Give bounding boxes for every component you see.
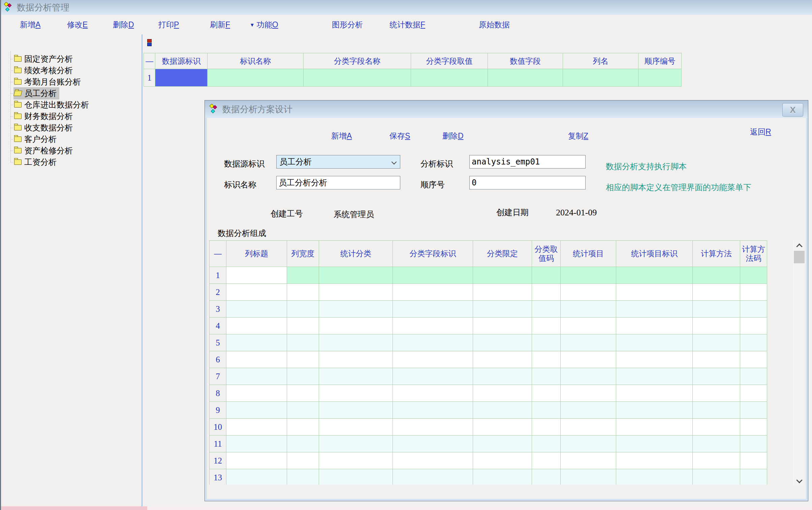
- grid-cell[interactable]: [740, 469, 767, 485]
- grid-cell[interactable]: [561, 267, 616, 284]
- grid-cell[interactable]: [561, 368, 616, 385]
- grid-cell[interactable]: [561, 435, 616, 452]
- grid-cell[interactable]: [393, 301, 473, 317]
- grid-cell[interactable]: [488, 69, 563, 87]
- grid-cell[interactable]: [319, 435, 393, 452]
- grid-cell[interactable]: [616, 351, 693, 368]
- print-button[interactable]: 打印P: [158, 15, 179, 34]
- dialog-save-button[interactable]: 保存S: [390, 131, 410, 141]
- grid-cell[interactable]: [319, 267, 393, 284]
- column-header[interactable]: 分类字段标识: [393, 241, 473, 267]
- column-header[interactable]: 顺序编号: [638, 53, 682, 69]
- grid-cell[interactable]: [393, 435, 473, 452]
- grid-cell[interactable]: [561, 317, 616, 334]
- sidebar-item-3[interactable]: 考勤月台账分析: [1, 76, 92, 88]
- grid-cell[interactable]: [616, 334, 693, 351]
- row-number-cell[interactable]: 10: [210, 419, 227, 435]
- grid-cell[interactable]: [740, 301, 767, 317]
- grid-cell[interactable]: [532, 301, 561, 317]
- grid-cell[interactable]: [532, 385, 561, 402]
- grid-cell[interactable]: [616, 385, 693, 402]
- dialog-new-button[interactable]: 新增A: [331, 131, 352, 141]
- grid-cell[interactable]: [740, 334, 767, 351]
- raw-data-button[interactable]: 原始数据: [479, 15, 510, 34]
- grid-cell[interactable]: [473, 452, 532, 469]
- dialog-copy-button[interactable]: 复制Z: [568, 131, 588, 141]
- grid-cell[interactable]: [561, 351, 616, 368]
- row-number-cell[interactable]: 2: [210, 284, 227, 301]
- grid-cell[interactable]: [561, 452, 616, 469]
- delete-button[interactable]: 删除D: [113, 15, 134, 34]
- grid-cell[interactable]: [740, 402, 767, 419]
- grid-cell[interactable]: [393, 368, 473, 385]
- grid-cell[interactable]: [532, 368, 561, 385]
- grid-cell[interactable]: [693, 435, 740, 452]
- grid-cell[interactable]: [532, 402, 561, 419]
- grid-cell[interactable]: [227, 317, 287, 334]
- column-header[interactable]: 数值字段: [488, 53, 563, 69]
- grid-cell[interactable]: [473, 469, 532, 485]
- grid-cell[interactable]: [227, 385, 287, 402]
- grid-cell[interactable]: [393, 351, 473, 368]
- grid-cell[interactable]: [561, 402, 616, 419]
- grid-cell[interactable]: [561, 419, 616, 435]
- grid-cell[interactable]: [393, 284, 473, 301]
- grid-cell[interactable]: [740, 435, 767, 452]
- grid-cell[interactable]: [319, 419, 393, 435]
- refresh-button[interactable]: 刷新F: [210, 15, 230, 34]
- grid-cell[interactable]: [287, 301, 319, 317]
- grid-cell[interactable]: [693, 469, 740, 485]
- sidebar-item-6[interactable]: 财务数据分析: [1, 111, 92, 122]
- grid-cell[interactable]: [740, 368, 767, 385]
- grid-cell[interactable]: [287, 385, 319, 402]
- row-number-cell[interactable]: 13: [210, 469, 227, 485]
- column-header[interactable]: 分类字段取值: [411, 53, 488, 69]
- row-number-cell[interactable]: 5: [210, 334, 227, 351]
- grid-cell[interactable]: [227, 284, 287, 301]
- grid-cell[interactable]: [227, 301, 287, 317]
- row-number-cell[interactable]: 3: [210, 301, 227, 317]
- sidebar-item-7[interactable]: 收支数据分析: [1, 122, 92, 134]
- grid-cell[interactable]: [319, 334, 393, 351]
- grid-cell[interactable]: [227, 267, 287, 284]
- grid-cell[interactable]: [693, 301, 740, 317]
- column-header[interactable]: 分类限定: [473, 241, 532, 267]
- grid-cell[interactable]: [287, 284, 319, 301]
- grid-cell[interactable]: [319, 469, 393, 485]
- scroll-down-button[interactable]: [793, 476, 805, 486]
- grid-cell[interactable]: [561, 385, 616, 402]
- grid-cell[interactable]: [616, 317, 693, 334]
- grid-cell[interactable]: [740, 317, 767, 334]
- grid-cell[interactable]: [473, 351, 532, 368]
- grid-cell[interactable]: [740, 284, 767, 301]
- selected-grid-cell[interactable]: [155, 69, 208, 87]
- grid-cell[interactable]: [693, 334, 740, 351]
- grid-cell[interactable]: [473, 402, 532, 419]
- grid-cell[interactable]: [740, 351, 767, 368]
- grid-cell[interactable]: [740, 385, 767, 402]
- grid-cell[interactable]: [532, 284, 561, 301]
- scrollbar-thumb[interactable]: [794, 251, 805, 263]
- grid-cell[interactable]: [616, 452, 693, 469]
- grid-cell[interactable]: [693, 402, 740, 419]
- grid-cell[interactable]: [227, 419, 287, 435]
- new-button[interactable]: 新增A: [20, 15, 40, 34]
- grid-cell[interactable]: [319, 385, 393, 402]
- grid-cell[interactable]: [287, 469, 319, 485]
- column-header[interactable]: 统计分类: [319, 241, 393, 267]
- grid-cell[interactable]: [532, 435, 561, 452]
- order-field[interactable]: [469, 176, 585, 190]
- grid-cell[interactable]: [227, 334, 287, 351]
- row-number-cell[interactable]: 1: [144, 69, 155, 87]
- close-icon[interactable]: X: [782, 103, 803, 117]
- grid-cell[interactable]: [287, 317, 319, 334]
- grid-cell[interactable]: [616, 368, 693, 385]
- grid-cell[interactable]: [693, 368, 740, 385]
- grid-cell[interactable]: [561, 301, 616, 317]
- grid-cell[interactable]: [393, 402, 473, 419]
- grid-cell[interactable]: [393, 334, 473, 351]
- sidebar-item-5[interactable]: 仓库进出数据分析: [1, 99, 92, 111]
- column-header[interactable]: 统计项目: [561, 241, 616, 267]
- grid-cell[interactable]: [532, 267, 561, 284]
- graph-analysis-button[interactable]: 图形分析: [332, 15, 363, 34]
